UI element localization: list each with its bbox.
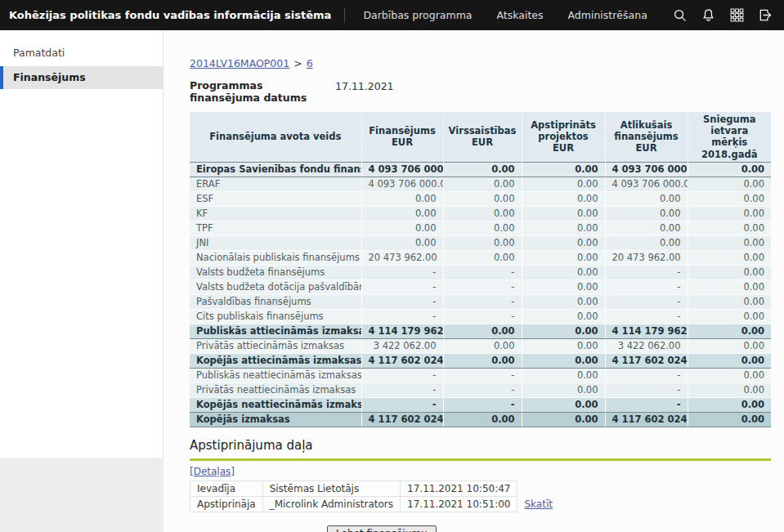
accent-divider <box>190 458 771 461</box>
row-value: - <box>443 310 522 324</box>
row-value: - <box>605 295 688 310</box>
row-value: - <box>443 369 522 383</box>
approval-link-cell <box>517 481 559 497</box>
row-value: 0.00 <box>443 177 522 192</box>
sidebar-item-finansejums[interactable]: Finansējums <box>0 66 163 89</box>
row-label: TPF <box>190 221 361 236</box>
row-value: 0.00 <box>443 163 522 177</box>
row-value: 4 117 602 024.00 <box>361 354 443 369</box>
logout-icon[interactable] <box>758 7 773 23</box>
row-value: 20 473 962.00 <box>361 251 443 266</box>
menu-item-atskaites[interactable]: Atskaites <box>496 9 543 21</box>
row-value: 4 117 602 024.00 <box>605 354 688 369</box>
column-header: Virssaistības EUR <box>443 112 522 163</box>
row-value: 0.00 <box>688 383 771 398</box>
topbar: Kohēzijas politikas fondu vadības inform… <box>0 0 784 30</box>
details-link[interactable]: [Detaļas] <box>190 466 235 477</box>
row-value: 0.00 <box>688 251 771 266</box>
row-value: 0.00 <box>605 221 688 236</box>
row-value: 0.00 <box>361 192 443 207</box>
approval-action: Apstiprināja <box>190 497 263 512</box>
bell-icon[interactable] <box>701 7 716 23</box>
row-value: 0.00 <box>688 339 771 354</box>
row-value: 0.00 <box>522 354 605 369</box>
row-label: Kopējās attiecināmās izmaksas <box>190 354 361 369</box>
row-value: 0.00 <box>522 251 605 266</box>
row-value: 4 117 602 024.00 <box>605 413 688 427</box>
row-value: 0.00 <box>688 207 771 221</box>
row-value: - <box>361 310 443 324</box>
table-row: Cits publiskais finansējums--0.00-0.00 <box>190 310 771 324</box>
column-header: Finansējums EUR <box>361 112 443 163</box>
row-value: - <box>443 266 522 280</box>
column-header: Apstiprināts projektos EUR <box>522 112 605 163</box>
row-value: 0.00 <box>605 192 688 207</box>
row-label: Cits publiskais finansējums <box>190 310 361 324</box>
row-label: Valsts budžeta finansējums <box>190 266 361 280</box>
row-value: - <box>443 398 522 413</box>
row-label: Valsts budžeta dotācija pašvaldībām <box>190 280 361 295</box>
row-value: 0.00 <box>688 398 771 413</box>
row-value: 0.00 <box>522 221 605 236</box>
row-label: Privātās neattiecināmās izmaksas <box>190 383 361 398</box>
row-value: 20 473 962.00 <box>605 251 688 266</box>
row-value: - <box>605 280 688 295</box>
row-value: 0.00 <box>522 207 605 221</box>
approval-action: Ievadīja <box>190 481 263 497</box>
row-label: ESF <box>190 192 361 207</box>
row-value: 4 093 706 000.00 <box>361 163 443 177</box>
table-row: ERAF4 093 706 000.000.000.004 093 706 00… <box>190 177 771 192</box>
row-value: 4 093 706 000.00 <box>605 163 688 177</box>
table-row: Valsts budžeta finansējums--0.00-0.00 <box>190 266 771 280</box>
row-value: 3 422 062.00 <box>605 339 688 354</box>
row-value: 0.00 <box>443 236 522 251</box>
row-value: - <box>605 266 688 280</box>
finance-table: Finansējuma avota veidsFinansējums EURVi… <box>190 112 771 428</box>
table-row: KF0.000.000.000.000.00 <box>190 207 771 221</box>
row-value: 0.00 <box>443 413 522 427</box>
row-value: - <box>361 398 443 413</box>
skatit-link[interactable]: Skatīt <box>524 498 552 510</box>
table-row: Kopējās izmaksas4 117 602 024.000.000.00… <box>190 413 771 427</box>
approval-heading: Apstiprinājuma daļa <box>190 438 784 453</box>
approval-user: _Microlink Administrators <box>262 497 400 512</box>
table-row: Privātās attiecināmās izmaksas3 422 062.… <box>190 339 771 354</box>
row-label: Nacionālais publiskais finansējums <box>190 251 361 266</box>
table-row: Publiskās attiecināmās izmaksas4 114 179… <box>190 324 771 339</box>
row-value: - <box>361 369 443 383</box>
sidebar: Pamatdati Finansējums <box>0 30 164 458</box>
app-title[interactable]: Kohēzijas politikas fondu vadības inform… <box>0 9 331 21</box>
breadcrumb-program-link[interactable]: 2014LV16MAOP001 <box>190 57 289 69</box>
table-row: Publiskās neattiecināmās izmaksas--0.00-… <box>190 369 771 383</box>
row-value: 4 093 706 000.00 <box>605 177 688 192</box>
breadcrumb-version-link[interactable]: 6 <box>307 57 313 69</box>
row-value: 0.00 <box>688 413 771 427</box>
table-row: ESF0.000.000.000.000.00 <box>190 192 771 207</box>
table-row: Valsts budžeta dotācija pašvaldībām--0.0… <box>190 280 771 295</box>
finance-date-value: 17.11.2021 <box>335 79 394 105</box>
row-value: 0.00 <box>443 324 522 339</box>
row-value: 0.00 <box>605 236 688 251</box>
labot-finansejumu-button[interactable]: Labot finansējumu <box>327 525 437 532</box>
row-value: - <box>605 383 688 398</box>
breadcrumb: 2014LV16MAOP001>6 <box>190 57 784 69</box>
row-value: 0.00 <box>522 413 605 427</box>
menu-item-darbibas-programma[interactable]: Darbības programma <box>363 9 472 21</box>
approval-row-apstiprinaja: Apstiprināja _Microlink Administrators 1… <box>190 497 559 512</box>
row-value: - <box>361 266 443 280</box>
row-label: Pašvaldības finansējums <box>190 295 361 310</box>
row-value: 3 422 062.00 <box>361 339 443 354</box>
finance-date-row: Programmas finansējuma datums 17.11.2021 <box>190 79 784 105</box>
main-content: 2014LV16MAOP001>6 Programmas finansējuma… <box>164 30 784 532</box>
apps-grid-icon[interactable] <box>729 7 745 23</box>
row-value: 0.00 <box>522 266 605 280</box>
approval-timestamp: 17.11.2021 10:51:00 <box>401 497 517 512</box>
search-icon[interactable] <box>672 7 688 23</box>
row-value: - <box>605 398 688 413</box>
row-value: - <box>361 295 443 310</box>
finance-date-label: Programmas finansējuma datums <box>190 79 325 105</box>
approval-row-ievadija: Ievadīja Sistēmas Lietotājs 17.11.2021 1… <box>190 481 559 497</box>
row-value: 0.00 <box>443 339 522 354</box>
menu-item-administresana[interactable]: Administrēšana <box>568 9 647 21</box>
sidebar-item-pamatdati[interactable]: Pamatdati <box>0 42 163 64</box>
